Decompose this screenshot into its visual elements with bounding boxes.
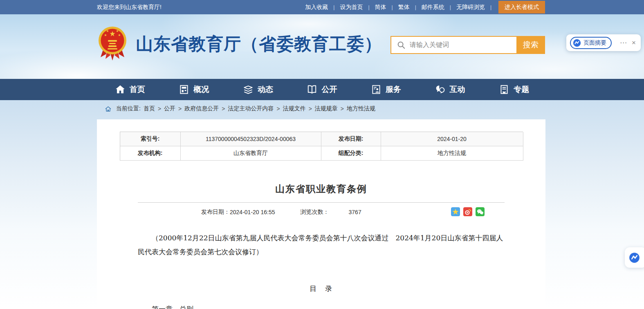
site-brand[interactable]: 山东省教育厅（省委教育工委）	[97, 25, 382, 63]
search-button[interactable]: 搜索	[516, 36, 545, 54]
publish-date-value: 2024-01-20 16:55	[230, 209, 275, 215]
page-summary-button[interactable]: 页面摘要	[570, 37, 612, 49]
share-weibo-icon[interactable]	[463, 207, 472, 216]
nav-label: 互动	[450, 84, 465, 95]
nav-item-overview[interactable]: 概况	[179, 84, 209, 95]
breadcrumb-item-local-regulations[interactable]: 地方性法规	[347, 105, 375, 112]
separator: |	[333, 4, 334, 10]
separator: |	[368, 4, 369, 10]
nav-item-services[interactable]: 服务	[371, 84, 401, 95]
page-assistant-widget: 页面摘要 ⋯ ×	[566, 34, 641, 51]
breadcrumb-separator: >	[222, 105, 225, 112]
share-qzone-icon[interactable]	[451, 207, 460, 216]
link-traditional-chinese[interactable]: 繁体	[398, 4, 410, 11]
breadcrumb-item-disclosure[interactable]: 公开	[164, 105, 175, 112]
link-accessibility[interactable]: 无障碍浏览	[456, 4, 485, 11]
overview-icon	[179, 84, 189, 95]
separator: |	[490, 4, 491, 10]
content-panel: 索引号: 11370000004502323D/2024-00063 发布日期:…	[97, 119, 545, 309]
close-icon[interactable]: ×	[632, 39, 636, 47]
elder-mode-button[interactable]: 进入长者模式	[498, 1, 545, 13]
separator: |	[392, 4, 393, 10]
info-value-category: 地方性法规	[381, 146, 523, 161]
breadcrumb-separator: >	[341, 105, 344, 112]
search-icon	[397, 40, 406, 49]
national-emblem-logo	[97, 25, 128, 63]
top-utility-bar: 欢迎您来到山东省教育厅! 加入收藏 | 设为首页 | 简体 | 繁体 | 邮件系…	[0, 0, 644, 14]
nav-label: 服务	[386, 84, 401, 95]
home-icon[interactable]	[105, 106, 112, 112]
breadcrumb-item-statutory-content[interactable]: 法定主动公开内容	[228, 105, 274, 112]
home-icon	[115, 84, 126, 95]
info-label-publish-date: 发布日期:	[321, 132, 381, 146]
publish-date-label: 发布日期：	[201, 208, 230, 216]
nav-item-special-topics[interactable]: 专题	[499, 84, 529, 95]
separator: |	[450, 4, 451, 10]
nav-item-dynamics[interactable]: 动态	[243, 84, 273, 95]
nav-label: 专题	[514, 84, 529, 95]
breadcrumb-separator: >	[178, 105, 182, 112]
main-navigation: 首页 概况 动态 公开 服务	[0, 79, 644, 100]
title-divider	[138, 202, 505, 203]
breadcrumb-separator: >	[276, 105, 280, 112]
dynamics-icon	[243, 84, 254, 95]
search-input[interactable]	[406, 37, 516, 53]
link-mail-system[interactable]: 邮件系统	[422, 4, 444, 11]
breadcrumb-separator: >	[309, 105, 312, 112]
article-title: 山东省职业教育条例	[97, 183, 545, 195]
service-icon	[371, 84, 381, 95]
site-search: 搜索	[390, 36, 545, 54]
document-info-table: 索引号: 11370000004502323D/2024-00063 发布日期:…	[120, 132, 523, 161]
info-label-issuing-agency: 发布机构:	[120, 146, 181, 161]
toc-heading: 目 录	[97, 284, 545, 293]
article-intro-paragraph: （2000年12月22日山东省第九届人民代表大会常务委员会第十八次会议通过 20…	[138, 231, 505, 259]
breadcrumb-item-regulation-files[interactable]: 法规文件	[283, 105, 306, 112]
info-label-category: 组配分类:	[321, 146, 381, 161]
views-label: 浏览次数：	[301, 208, 329, 216]
nav-item-public-disclosure[interactable]: 公开	[307, 84, 337, 95]
info-label-index-number: 索引号:	[120, 132, 181, 146]
link-set-homepage[interactable]: 设为首页	[340, 4, 363, 11]
toc-item-chapter-1: 第一章 总则	[138, 305, 505, 309]
breadcrumb-separator: >	[158, 105, 161, 112]
nav-label: 动态	[258, 84, 273, 95]
site-header: 山东省教育厅（省委教育工委） 搜索	[0, 14, 644, 79]
nav-label: 概况	[193, 84, 209, 95]
nav-label: 公开	[321, 84, 337, 95]
link-simplified-chinese[interactable]: 简体	[375, 4, 386, 11]
breadcrumb-item-gov-info[interactable]: 政府信息公开	[184, 105, 219, 112]
share-wechat-icon[interactable]	[476, 207, 485, 216]
open-book-icon	[307, 84, 317, 95]
breadcrumb-item-home[interactable]: 首页	[144, 105, 155, 112]
assistant-logo-icon	[629, 252, 640, 263]
page-summary-label: 页面摘要	[583, 39, 606, 47]
nav-label: 首页	[130, 84, 145, 95]
interaction-icon	[435, 84, 446, 95]
share-buttons	[451, 207, 485, 216]
link-add-favorite[interactable]: 加入收藏	[305, 4, 328, 11]
nav-item-interaction[interactable]: 互动	[435, 84, 465, 95]
info-value-publish-date: 2024-01-20	[381, 132, 523, 146]
info-value-issuing-agency: 山东省教育厅	[181, 146, 321, 161]
more-options-icon[interactable]: ⋯	[620, 38, 627, 47]
separator: |	[415, 4, 416, 10]
nav-item-home[interactable]: 首页	[115, 84, 145, 95]
top-links: 加入收藏 | 设为首页 | 简体 | 繁体 | 邮件系统 | 无障碍浏览 | 进…	[305, 0, 545, 14]
article-meta: 发布日期： 2024-01-20 16:55 浏览次数： 3767	[138, 207, 505, 217]
assistant-logo-icon	[573, 39, 581, 47]
welcome-text: 欢迎您来到山东省教育厅!	[97, 0, 162, 14]
site-title: 山东省教育厅（省委教育工委）	[136, 33, 382, 56]
breadcrumb: 当前位置: 首页 > 公开 > 政府信息公开 > 法定主动公开内容 > 法规文件…	[105, 105, 375, 112]
special-topic-icon	[499, 84, 509, 95]
views-value: 3767	[349, 209, 361, 215]
assistant-float-button[interactable]	[625, 247, 644, 268]
breadcrumb-item-regulations[interactable]: 法规规章	[315, 105, 338, 112]
info-value-index-number: 11370000004502323D/2024-00063	[181, 132, 321, 146]
breadcrumb-prefix: 当前位置:	[116, 105, 141, 112]
